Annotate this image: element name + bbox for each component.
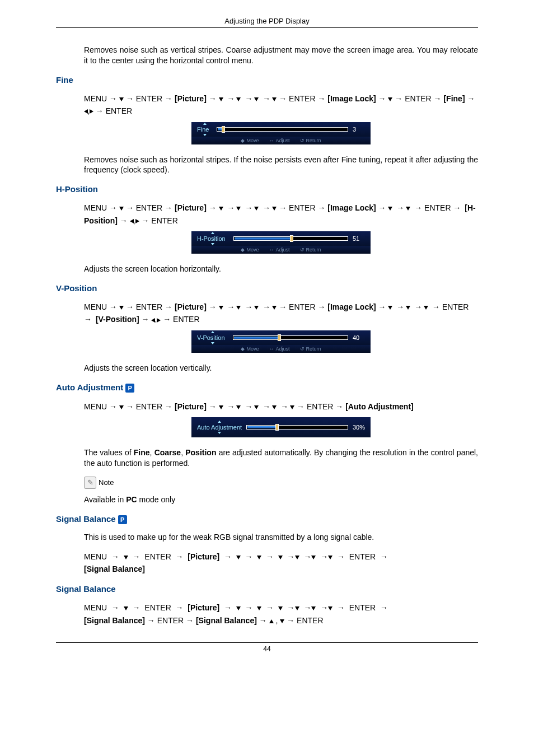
- nav-fine: MENU → → ENTER → [Picture] → → → → → ENT…: [84, 92, 478, 118]
- hpos-desc: Adjusts the screen location horizontally…: [84, 264, 478, 274]
- osd-value: 30%: [353, 424, 365, 431]
- section-title-hpos: H-Position: [56, 184, 478, 194]
- osd-label: Fine: [197, 126, 212, 133]
- osd-label: Auto Adjustment: [197, 424, 242, 431]
- osd-vpos: V-Position 40 ◆Move ↔Adjust ↺Return: [191, 330, 371, 353]
- pc-badge-icon: P: [125, 384, 134, 393]
- osd-auto: Auto Adjustment 30%: [191, 417, 371, 437]
- page-footer: 44: [56, 642, 478, 653]
- nav-auto: MENU → → ENTER → [Picture] → → → → → → E…: [84, 400, 478, 413]
- fine-desc: Removes noise such as horizontal stripes…: [84, 155, 478, 176]
- section-title-fine: Fine: [56, 75, 478, 85]
- section-title-vpos: V-Position: [56, 283, 478, 293]
- section-title-auto: Auto AdjustmentP: [56, 382, 478, 393]
- note-label: Note: [99, 478, 114, 487]
- osd-value: 51: [353, 235, 365, 242]
- section-title-sigbal: Signal Balance: [56, 584, 478, 594]
- auto-desc: The values of Fine, Coarse, Position are…: [84, 447, 478, 469]
- sigbal-intro-desc: This is used to make up for the weak RGB…: [84, 532, 478, 543]
- note-icon: ✎: [84, 477, 96, 489]
- pc-badge-icon: P: [118, 515, 127, 524]
- section-title-sigbal-intro: Signal BalanceP: [56, 514, 478, 524]
- osd-value: 40: [353, 334, 365, 341]
- nav-vpos: MENU → → ENTER → [Picture] → → → → → ENT…: [84, 301, 478, 326]
- osd-fine: Fine 3 ◆Move ↔Adjust ↺Return: [191, 122, 371, 144]
- intro-paragraph: Removes noise such as vertical stripes. …: [84, 45, 478, 66]
- page-header: Adjusting the PDP Display: [56, 17, 478, 28]
- osd-value: 3: [353, 126, 365, 133]
- note-row: ✎ Note: [84, 477, 478, 489]
- auto-note-body: Available in PC mode only: [84, 494, 478, 505]
- osd-label: H-Position: [197, 235, 229, 242]
- nav-hpos: MENU → → ENTER → [Picture] → → → → → ENT…: [84, 202, 478, 227]
- vpos-desc: Adjusts the screen location vertically.: [84, 363, 478, 374]
- osd-hpos: H-Position 51 ◆Move ↔Adjust ↺Return: [191, 231, 371, 254]
- nav-sigbal: MENU → → ENTER → [Picture] → → → → → → →…: [84, 601, 478, 627]
- osd-label: V-Position: [197, 334, 228, 341]
- nav-sigbal-intro: MENU → → ENTER → [Picture] → → → → → → →…: [84, 550, 478, 576]
